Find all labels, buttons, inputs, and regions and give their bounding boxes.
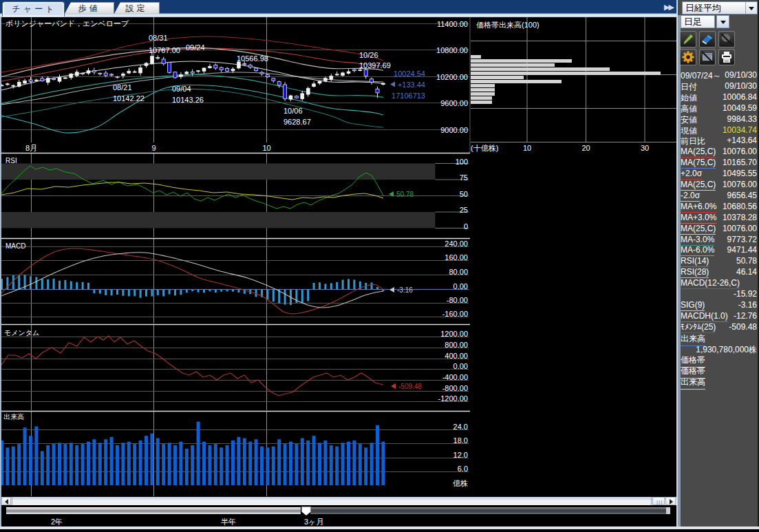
svg-text:09/24: 09/24 [186,43,205,52]
svg-text:10800.00: 10800.00 [436,46,468,54]
svg-text:1200.00: 1200.00 [440,330,468,338]
svg-text:800.00: 800.00 [445,341,468,349]
svg-text:24.0: 24.0 [453,423,468,431]
svg-text:400.00: 400.00 [445,352,468,360]
svg-text:モメンタム: モメンタム [4,329,39,337]
svg-text:-80.00: -80.00 [447,296,468,304]
svg-text:0.00: 0.00 [453,362,468,370]
svg-text:-400.00: -400.00 [442,373,468,381]
svg-text:10: 10 [262,144,270,152]
svg-text:10/26: 10/26 [359,51,378,59]
svg-text:80.00: 80.00 [449,268,468,276]
svg-text:10566.98: 10566.98 [237,54,268,63]
svg-text:出来高: 出来高 [3,413,24,421]
svg-text:17106713: 17106713 [392,92,425,100]
svg-text:(十億株): (十億株) [471,144,498,152]
svg-text:9628.67: 9628.67 [284,118,311,126]
svg-text:6.0: 6.0 [458,465,468,473]
svg-text:18.0: 18.0 [453,436,468,445]
svg-text:-800.00: -800.00 [442,384,468,392]
svg-text:8月: 8月 [25,144,37,152]
svg-text:10142.22: 10142.22 [113,94,145,103]
svg-text:-1200.00: -1200.00 [438,394,468,403]
svg-text:10/06: 10/06 [284,107,303,115]
svg-text:-3.16: -3.16 [397,286,413,294]
svg-text:MACD: MACD [6,242,25,250]
svg-text:-160.00: -160.00 [442,310,468,318]
svg-text:価格帯出来高(100): 価格帯出来高(100) [476,21,539,29]
svg-text:10397.69: 10397.69 [359,61,391,70]
svg-text:09/04: 09/04 [172,85,191,93]
svg-text:RSI: RSI [6,157,17,164]
svg-text:12.0: 12.0 [453,451,468,459]
svg-text:20: 20 [581,144,590,152]
svg-text:ボリンジャーバンド，エンベロープ: ボリンジャーバンド，エンベロープ [6,19,129,28]
svg-text:100: 100 [456,158,468,166]
svg-text:240.00: 240.00 [445,240,468,248]
svg-text:30: 30 [641,144,649,152]
svg-text:10: 10 [523,144,531,152]
svg-text:10767.00: 10767.00 [149,46,180,54]
svg-text:-509.48: -509.48 [398,383,422,390]
svg-text:25: 25 [460,206,468,214]
svg-text:9000.00: 9000.00 [440,126,468,134]
svg-text:+133.44: +133.44 [398,81,425,89]
svg-text:75: 75 [460,173,468,182]
svg-text:10200.00: 10200.00 [436,73,468,81]
svg-text:0.00: 0.00 [453,282,468,290]
svg-text:08/21: 08/21 [113,83,132,92]
svg-text:10024.54: 10024.54 [394,70,425,78]
svg-text:11400.00: 11400.00 [437,20,468,28]
svg-text:160.00: 160.00 [445,253,468,262]
svg-text:9600.00: 9600.00 [440,99,468,107]
svg-text:0: 0 [464,222,468,231]
svg-text:億株: 億株 [453,479,468,487]
svg-text:9: 9 [151,144,156,152]
svg-text:10143.26: 10143.26 [172,96,204,104]
svg-text:50.78: 50.78 [396,191,414,198]
svg-text:08/31: 08/31 [149,34,168,42]
svg-text:50: 50 [460,190,468,198]
